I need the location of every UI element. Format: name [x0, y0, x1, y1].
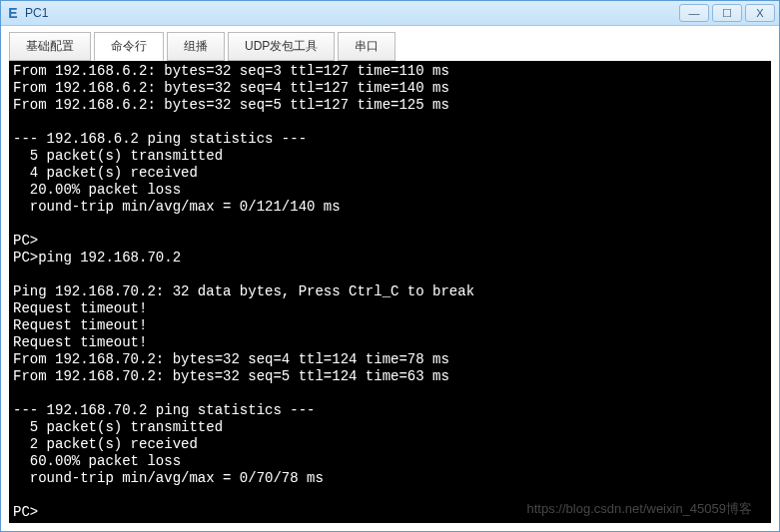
terminal-line	[13, 216, 767, 233]
titlebar[interactable]: E PC1 — ☐ X	[1, 1, 779, 26]
terminal-line: --- 192.168.6.2 ping statistics ---	[13, 131, 767, 148]
terminal-line: PC>	[13, 504, 767, 521]
terminal-line: round-trip min/avg/max = 0/70/78 ms	[13, 470, 767, 487]
terminal-line	[13, 266, 767, 283]
terminal-line: PC>ping 192.168.70.2	[13, 250, 767, 266]
terminal-line	[13, 487, 767, 504]
tab-bar: 基础配置 命令行 组播 UDP发包工具 串口	[1, 26, 779, 61]
terminal-line: 60.00% packet loss	[13, 453, 767, 470]
window-controls: — ☐ X	[676, 4, 775, 22]
tab-command-line[interactable]: 命令行	[94, 32, 164, 61]
app-icon: E	[5, 5, 21, 21]
terminal-line: 5 packet(s) transmitted	[13, 148, 767, 165]
close-button[interactable]: X	[745, 4, 775, 22]
terminal-line: --- 192.168.70.2 ping statistics ---	[13, 402, 767, 419]
minimize-button[interactable]: —	[679, 4, 709, 22]
tab-multicast[interactable]: 组播	[167, 32, 225, 61]
terminal-container: From 192.168.6.2: bytes=32 seq=3 ttl=127…	[1, 61, 779, 531]
terminal-line: PC>	[13, 233, 767, 250]
terminal-line: Request timeout!	[13, 317, 767, 334]
terminal-line: Request timeout!	[13, 300, 767, 317]
terminal-line: 2 packet(s) received	[13, 436, 767, 453]
tab-basic-config[interactable]: 基础配置	[9, 32, 91, 61]
tab-serial[interactable]: 串口	[338, 32, 395, 61]
terminal-line	[13, 385, 767, 402]
tab-udp-tool[interactable]: UDP发包工具	[228, 32, 335, 61]
terminal-output[interactable]: From 192.168.6.2: bytes=32 seq=3 ttl=127…	[9, 61, 771, 523]
terminal-line: Ping 192.168.70.2: 32 data bytes, Press …	[13, 283, 767, 300]
app-window: E PC1 — ☐ X 基础配置 命令行 组播 UDP发包工具 串口 From …	[0, 0, 780, 532]
terminal-line: From 192.168.6.2: bytes=32 seq=3 ttl=127…	[13, 63, 767, 80]
terminal-line: 20.00% packet loss	[13, 182, 767, 199]
terminal-line	[13, 114, 767, 131]
terminal-line: From 192.168.70.2: bytes=32 seq=4 ttl=12…	[13, 351, 767, 368]
terminal-line: round-trip min/avg/max = 0/121/140 ms	[13, 199, 767, 216]
terminal-line: From 192.168.6.2: bytes=32 seq=4 ttl=127…	[13, 80, 767, 97]
window-title: PC1	[25, 6, 676, 20]
terminal-line: 5 packet(s) transmitted	[13, 419, 767, 436]
maximize-button[interactable]: ☐	[712, 4, 742, 22]
terminal-line: 4 packet(s) received	[13, 165, 767, 182]
terminal-line: From 192.168.70.2: bytes=32 seq=5 ttl=12…	[13, 368, 767, 385]
terminal-line: From 192.168.6.2: bytes=32 seq=5 ttl=127…	[13, 97, 767, 114]
terminal-line: Request timeout!	[13, 334, 767, 351]
